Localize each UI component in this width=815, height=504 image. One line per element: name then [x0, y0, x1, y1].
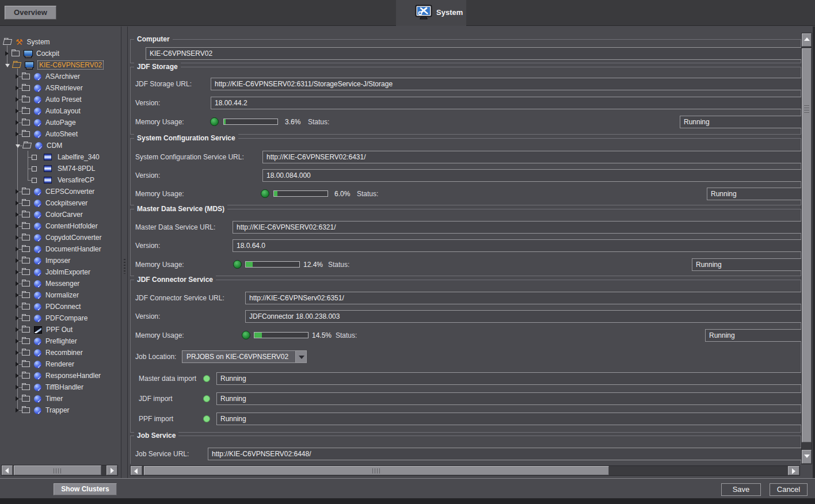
tree-item-system[interactable]: ⚒System — [0, 36, 121, 48]
save-button[interactable]: Save — [721, 483, 761, 496]
collapse-arrow-icon[interactable] — [16, 235, 19, 240]
ppf-import-status-field[interactable]: Running — [216, 413, 801, 425]
overview-tab-button[interactable]: Overview — [5, 6, 56, 20]
mds-url-field[interactable]: http://KIE-C6VPNSERV02:6321/ — [233, 221, 801, 234]
collapse-arrow-icon[interactable] — [16, 293, 19, 297]
collapse-arrow-icon[interactable] — [16, 408, 19, 413]
tree-item-cockpitserver[interactable]: Cockpitserver — [0, 197, 121, 209]
tree-item-messenger[interactable]: Messenger — [0, 278, 121, 289]
vertical-scroll-thumb[interactable] — [802, 48, 812, 442]
jdf-import-status-field[interactable]: Running — [216, 392, 801, 405]
collapse-arrow-icon[interactable] — [16, 74, 19, 79]
checkbox[interactable] — [32, 166, 37, 171]
tree-item-renderer[interactable]: Renderer — [0, 358, 121, 370]
tree-item-responsehandler[interactable]: ResponseHandler — [0, 370, 121, 381]
job-service-url-field[interactable]: http://KIE-C6VPNSERV02:6448/ — [208, 448, 801, 460]
collapse-arrow-icon[interactable] — [16, 396, 19, 401]
collapse-arrow-icon[interactable] — [16, 212, 19, 217]
tree-item-asretriever[interactable]: ASRetriever — [0, 82, 121, 94]
tree-item-pdfcompare[interactable]: PDFCompare — [0, 312, 121, 324]
jdf-connector-url-field[interactable]: http://KIE-C6VPNServ02:6351/ — [245, 292, 801, 304]
tree-item-normalizer[interactable]: Normalizer — [0, 289, 121, 301]
horizontal-scroll-thumb[interactable] — [14, 465, 101, 475]
expand-arrow-icon[interactable] — [5, 64, 10, 67]
computer-name-field[interactable]: KIE-C6VPNSERV02 — [146, 47, 801, 60]
tree-item-colorcarver[interactable]: ColorCarver — [0, 209, 121, 220]
panel-splitter[interactable] — [121, 26, 128, 478]
collapse-arrow-icon[interactable] — [16, 385, 19, 390]
version-field[interactable]: 18.00.44.2 — [211, 97, 801, 109]
cancel-button[interactable]: Cancel — [770, 483, 808, 496]
collapse-arrow-icon[interactable] — [16, 201, 19, 205]
collapse-arrow-icon[interactable] — [16, 362, 19, 366]
status-field[interactable]: Running — [680, 116, 801, 128]
job-location-dropdown[interactable]: PRJOBS on KIE-C6VPNSERV02 — [182, 350, 307, 363]
tree-item-autolayout[interactable]: AutoLayout — [0, 105, 121, 117]
collapse-arrow-icon[interactable] — [16, 224, 19, 228]
scroll-left-button[interactable] — [2, 465, 13, 475]
collapse-arrow-icon[interactable] — [5, 51, 9, 56]
collapse-arrow-icon[interactable] — [16, 339, 19, 343]
tree-item-recombiner[interactable]: Recombiner — [0, 347, 121, 358]
tree-item-contenthotfolder[interactable]: ContentHotfolder — [0, 220, 121, 232]
collapse-arrow-icon[interactable] — [16, 350, 19, 355]
version-field[interactable]: 18.00.084.000 — [262, 169, 801, 182]
tree-item-tiffbhandler[interactable]: TiffBHandler — [0, 381, 121, 393]
collapse-arrow-icon[interactable] — [16, 189, 19, 194]
tree-item-autopage[interactable]: AutoPage — [0, 117, 121, 128]
main-horizontal-scrollbar[interactable] — [130, 465, 800, 476]
main-vertical-scrollbar[interactable] — [801, 33, 812, 464]
tree-item-auto-preset[interactable]: Auto Preset — [0, 94, 121, 105]
version-field[interactable]: JDFConnector 18.00.238.003 — [245, 310, 801, 323]
collapse-arrow-icon[interactable] — [16, 281, 19, 286]
tree-item-cepsconverter[interactable]: CEPSConverter — [0, 186, 121, 197]
collapse-arrow-icon[interactable] — [16, 120, 19, 125]
collapse-arrow-icon[interactable] — [16, 258, 19, 263]
collapse-arrow-icon[interactable] — [16, 109, 19, 113]
tree-item-imposer[interactable]: Imposer — [0, 255, 121, 266]
tree-item-sm74-8pdl[interactable]: SM74-8PDL — [0, 163, 121, 174]
collapse-arrow-icon[interactable] — [16, 373, 19, 378]
sys-config-url-field[interactable]: http://KIE-C6VPNSERV02:6431/ — [262, 151, 801, 163]
scroll-left-button[interactable] — [131, 466, 142, 475]
tree-item-autosheet[interactable]: AutoSheet — [0, 128, 121, 140]
tree-item-ppf-out[interactable]: PPF Out — [0, 324, 121, 335]
tree-item-cdm[interactable]: CDM — [0, 140, 121, 151]
show-clusters-button[interactable]: Show Clusters — [54, 483, 117, 495]
checkbox[interactable] — [32, 178, 37, 183]
scroll-down-button[interactable] — [802, 450, 812, 464]
jdf-storage-url-field[interactable]: http://KIE-C6VPNSERV02:6311/StorageServi… — [211, 78, 801, 90]
collapse-arrow-icon[interactable] — [16, 97, 19, 102]
master-data-import-status-field[interactable]: Running — [216, 372, 801, 385]
collapse-arrow-icon[interactable] — [16, 86, 19, 90]
tree-item-cockpit[interactable]: Cockpit — [0, 48, 121, 59]
tree-item-pdconnect[interactable]: PDConnect — [0, 301, 121, 312]
scroll-up-button[interactable] — [802, 33, 812, 47]
collapse-arrow-icon[interactable] — [16, 304, 19, 309]
tree-item-preflighter[interactable]: Preflighter — [0, 335, 121, 347]
chevron-down-icon[interactable] — [295, 351, 306, 362]
version-field[interactable]: 18.0.64.0 — [233, 239, 801, 252]
status-field[interactable]: Running — [705, 329, 801, 342]
collapse-arrow-icon[interactable] — [16, 132, 19, 136]
system-tab[interactable]: System — [396, 0, 466, 26]
tree-item-versafirecp[interactable]: VersafireCP — [0, 174, 121, 186]
tree-item-copydotconverter[interactable]: CopydotConverter — [0, 232, 121, 243]
horizontal-scroll-thumb[interactable] — [144, 466, 609, 475]
checkbox[interactable] — [32, 155, 37, 160]
tree-item-kie-c6vpnserv02[interactable]: KIE-C6VPNSERV02 — [0, 59, 121, 71]
scroll-right-button[interactable] — [788, 466, 799, 475]
tree-item-labelfire-340[interactable]: Labelfire_340 — [0, 151, 121, 163]
collapse-arrow-icon[interactable] — [16, 270, 19, 274]
collapse-arrow-icon[interactable] — [16, 247, 19, 251]
status-field[interactable]: Running — [692, 258, 801, 271]
status-field[interactable]: Running — [707, 188, 801, 200]
tree-item-trapper[interactable]: Trapper — [0, 404, 121, 416]
tree-item-asarchiver[interactable]: ASArchiver — [0, 71, 121, 82]
collapse-arrow-icon[interactable] — [16, 327, 19, 332]
tree-item-documenthandler[interactable]: DocumentHandler — [0, 243, 121, 255]
scroll-right-button[interactable] — [106, 465, 117, 475]
tree-horizontal-scrollbar[interactable] — [1, 465, 118, 476]
tree-item-timer[interactable]: Timer — [0, 393, 121, 404]
tree-item-jobimexporter[interactable]: JobImExporter — [0, 266, 121, 278]
